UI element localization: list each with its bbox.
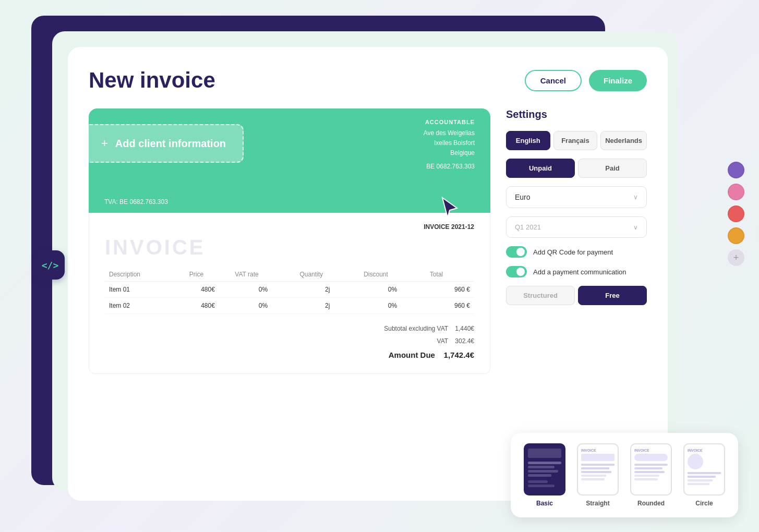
col-vat: VAT rate (231, 268, 295, 282)
add-color-button[interactable]: + (728, 249, 744, 266)
template-circle-card: INVOICE (683, 443, 725, 495)
color-swatches: + (728, 162, 744, 266)
currency-dropdown[interactable]: Euro ∨ (506, 186, 647, 208)
payment-status-group: Unpaid Paid (506, 159, 647, 178)
item1-discount: 0% (359, 282, 426, 298)
swatch-purple[interactable] (728, 162, 744, 178)
settings-title: Settings (506, 108, 647, 120)
settings-panel: Settings English Français Nederlands Unp… (506, 108, 647, 480)
item2-desc: Item 02 (105, 298, 185, 314)
free-button[interactable]: Free (578, 286, 647, 305)
subtotal-value: 1,440€ (455, 325, 474, 332)
item2-price: 480€ (185, 298, 231, 314)
template-basic-card (524, 443, 565, 495)
item1-qty: 2j (295, 282, 359, 298)
table-row: Item 02 480€ 0% 2j 0% 960 € (105, 298, 474, 314)
swatch-red[interactable] (728, 205, 744, 222)
quarter-value: Q1 2021 (515, 223, 541, 231)
header-buttons: Cancel Finalize (525, 70, 647, 91)
finalize-button[interactable]: Finalize (589, 70, 647, 91)
accountable-address-line2: Ixelles Boisfort (424, 138, 475, 148)
item2-vat: 0% (231, 298, 295, 314)
templates-row: Basic INVOICE Straight INVOICE (511, 433, 738, 517)
quarter-arrow-icon: ∨ (633, 224, 638, 231)
tva-line: TVA: BE 0682.763.303 (104, 198, 168, 205)
vat-label: VAT (437, 337, 448, 345)
lang-french-button[interactable]: Français (553, 131, 598, 150)
cancel-button[interactable]: Cancel (525, 70, 582, 91)
table-row: Item 01 480€ 0% 2j 0% 960 € (105, 282, 474, 298)
add-client-box[interactable]: + Add client information (83, 124, 244, 163)
qr-code-row: Add QR Code for payment (506, 246, 647, 258)
accountable-address-line3: Belgique (424, 148, 475, 158)
header-row: New invoice Cancel Finalize (89, 68, 647, 93)
add-client-plus-icon: + (101, 137, 108, 150)
page-title: New invoice (89, 68, 215, 93)
invoice-watermark: INVOICE (105, 236, 474, 259)
item2-total: 960 € (426, 298, 474, 314)
template-rounded-card: INVOICE (630, 443, 672, 495)
template-straight-label: Straight (586, 500, 609, 507)
swatch-pink[interactable] (728, 184, 744, 200)
amount-due-label: Amount Due (389, 350, 435, 359)
amount-due-value: 1,742.4€ (444, 350, 474, 359)
invoice-area: + Add client information ACCOUNTABLE Ave… (89, 108, 490, 480)
invoice-number: INVOICE 2021-12 (424, 223, 474, 231)
quarter-dropdown[interactable]: Q1 2021 ∨ (506, 216, 647, 238)
add-client-label: Add client information (115, 138, 226, 150)
item2-discount: 0% (359, 298, 426, 314)
invoice-body: INVOICE 2021-12 INVOICE Description Pric… (89, 213, 490, 374)
payment-structure-group: Structured Free (506, 286, 647, 305)
code-icon-badge[interactable]: </> (35, 250, 65, 280)
item1-desc: Item 01 (105, 282, 185, 298)
swatch-orange[interactable] (728, 227, 744, 244)
qr-code-toggle[interactable] (506, 246, 527, 258)
template-circle-label: Circle (695, 500, 713, 507)
subtotal-label: Subtotal excluding VAT (384, 325, 448, 332)
invoice-table: Description Price VAT rate Quantity Disc… (105, 268, 474, 314)
accountable-label: ACCOUNTABLE (424, 119, 475, 125)
item2-qty: 2j (295, 298, 359, 314)
template-straight[interactable]: INVOICE Straight (574, 443, 621, 507)
payment-comm-row: Add a payment communication (506, 266, 647, 277)
template-circle[interactable]: INVOICE Circle (681, 443, 728, 507)
invoice-header-green: + Add client information ACCOUNTABLE Ave… (89, 108, 490, 213)
template-basic[interactable]: Basic (521, 443, 568, 507)
col-quantity: Quantity (295, 268, 359, 282)
subtotal-row: Subtotal excluding VAT 1,440€ (105, 322, 474, 335)
payment-comm-toggle[interactable] (506, 266, 527, 277)
vat-row: VAT 302.4€ (105, 335, 474, 347)
status-unpaid-button[interactable]: Unpaid (506, 159, 575, 178)
col-description: Description (105, 268, 185, 282)
content-row: + Add client information ACCOUNTABLE Ave… (89, 108, 647, 480)
template-rounded[interactable]: INVOICE Rounded (628, 443, 674, 507)
language-button-group: English Français Nederlands (506, 131, 647, 150)
lang-dutch-button[interactable]: Nederlands (600, 131, 647, 150)
accountable-address-line1: Ave des Weigelias (424, 128, 475, 138)
accountable-info: ACCOUNTABLE Ave des Weigelias Ixelles Bo… (424, 119, 475, 172)
item1-total: 960 € (426, 282, 474, 298)
currency-arrow-icon: ∨ (633, 194, 638, 201)
col-price: Price (185, 268, 231, 282)
code-icon: </> (42, 260, 59, 271)
invoice-number-row: INVOICE 2021-12 (105, 223, 474, 231)
col-total: Total (426, 268, 474, 282)
cursor-icon (440, 197, 459, 223)
invoice-totals: Subtotal excluding VAT 1,440€ VAT 302.4€… (105, 322, 474, 363)
template-rounded-label: Rounded (637, 500, 665, 507)
amount-due-row: Amount Due 1,742.4€ (105, 347, 474, 363)
col-discount: Discount (359, 268, 426, 282)
structured-button[interactable]: Structured (506, 286, 575, 305)
status-paid-button[interactable]: Paid (578, 159, 647, 178)
accountable-vat: BE 0682.763.303 (424, 162, 475, 172)
item1-vat: 0% (231, 282, 295, 298)
qr-code-label: Add QR Code for payment (533, 248, 613, 256)
template-straight-card: INVOICE (577, 443, 619, 495)
template-basic-label: Basic (536, 500, 553, 507)
item1-price: 480€ (185, 282, 231, 298)
vat-value: 302.4€ (455, 337, 474, 345)
payment-comm-label: Add a payment communication (533, 268, 626, 276)
currency-value: Euro (515, 193, 531, 201)
lang-english-button[interactable]: English (506, 131, 550, 150)
